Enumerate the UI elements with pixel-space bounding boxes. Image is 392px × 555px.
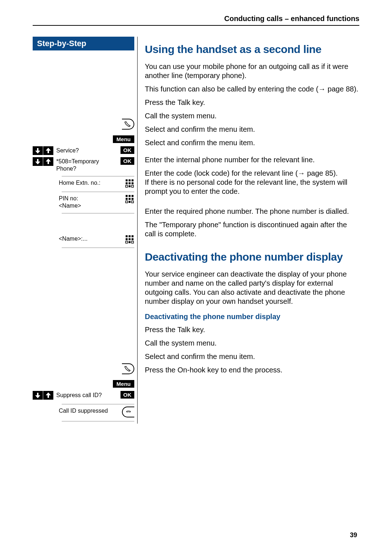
step-text: Enter the internal phone number for the … <box>145 155 359 164</box>
svg-rect-22 <box>128 238 130 240</box>
svg-rect-23 <box>131 238 133 240</box>
svg-rect-4 <box>128 182 130 184</box>
svg-rect-5 <box>131 182 133 184</box>
updown-arrows-icon <box>33 157 53 166</box>
display-suppress-callid: Suppress call ID? <box>56 391 118 399</box>
svg-rect-10 <box>128 195 130 197</box>
keypad-icon <box>125 179 134 188</box>
updown-arrows-icon <box>33 146 53 155</box>
svg-rect-12 <box>126 198 127 200</box>
display-callid-suppressed: Call ID suppressed <box>59 407 119 415</box>
svg-rect-9 <box>126 195 127 197</box>
svg-rect-15 <box>126 201 127 203</box>
svg-rect-3 <box>126 182 127 184</box>
intro-paragraph: Your service engineer can deactivate the… <box>145 270 359 306</box>
ok-softkey: OK <box>121 157 135 165</box>
intro-paragraph: This function can also be called by ente… <box>145 85 359 94</box>
outro-paragraph: The "Temporary phone" function is discon… <box>145 220 359 238</box>
svg-rect-1 <box>128 179 130 181</box>
manual-page: Conducting calls – enhanced functions St… <box>0 0 392 555</box>
intro-paragraph: You can use your mobile phone for an out… <box>145 62 359 80</box>
section-heading: Deactivating the phone number display <box>145 251 359 263</box>
page-header: Conducting calls – enhanced functions <box>33 15 359 26</box>
content-columns: Step-by-Step Menu <box>33 37 359 424</box>
display-temp-phone: *508=Temporary Phone? <box>56 157 118 172</box>
step-text: Call the system menu. <box>145 111 359 121</box>
svg-rect-19 <box>128 235 130 237</box>
step-text: Select and confirm the menu item. <box>145 352 359 361</box>
step-text: Enter the required phone number. The pho… <box>145 207 359 216</box>
svg-rect-18 <box>126 235 127 237</box>
svg-rect-24 <box>126 241 127 243</box>
step-text: Press the Talk key. <box>145 98 359 107</box>
talk-key-icon <box>122 363 134 374</box>
svg-rect-2 <box>131 179 133 181</box>
chapter-title: Conducting calls – enhanced functions <box>224 15 359 23</box>
svg-rect-17 <box>131 201 133 203</box>
svg-rect-26 <box>131 241 133 243</box>
svg-rect-11 <box>131 195 133 197</box>
svg-rect-14 <box>131 198 133 200</box>
menu-softkey: Menu <box>113 135 134 143</box>
step-text: Press the On-hook key to end the process… <box>145 366 359 375</box>
svg-rect-25 <box>128 241 130 243</box>
onhook-key-icon <box>122 407 134 417</box>
sidebar-body: Menu Service? OK * <box>33 53 134 424</box>
display-pin-name: PIN no: <Name> <box>59 194 122 209</box>
svg-rect-21 <box>126 238 127 240</box>
updown-arrows-icon <box>33 391 53 400</box>
sidebar: Step-by-Step Menu <box>33 37 138 424</box>
display-name-dots: <Name>:... <box>59 234 122 242</box>
step-text: Press the Talk key. <box>145 325 359 334</box>
talk-key-icon <box>122 119 134 130</box>
svg-rect-16 <box>128 201 130 203</box>
section-heading: Using the handset as a second line <box>145 43 359 56</box>
step-text: Call the system menu. <box>145 339 359 348</box>
subsection-heading: Deactivating the phone number display <box>145 313 359 321</box>
svg-rect-0 <box>126 179 127 181</box>
svg-rect-20 <box>131 235 133 237</box>
display-service: Service? <box>56 146 118 154</box>
svg-rect-13 <box>128 198 130 200</box>
step-text: Select and confirm the menu item. <box>145 125 359 134</box>
svg-rect-6 <box>126 185 127 187</box>
svg-rect-8 <box>131 185 133 187</box>
step-text: Enter the code (lock code) for the relev… <box>145 169 359 196</box>
step-text: Select and confirm the menu item. <box>145 138 359 147</box>
keypad-icon <box>125 234 134 244</box>
sidebar-banner-label: Step-by-Step <box>37 39 86 48</box>
sidebar-banner: Step-by-Step <box>33 37 134 50</box>
display-home-extn: Home Extn. no.: <box>59 179 122 187</box>
keypad-icon <box>125 194 134 204</box>
ok-softkey: OK <box>121 146 135 154</box>
ok-softkey: OK <box>121 391 135 399</box>
menu-softkey: Menu <box>113 380 134 388</box>
page-number: 39 <box>350 531 357 539</box>
svg-rect-7 <box>128 185 130 187</box>
main-column: Using the handset as a second line You c… <box>145 37 359 424</box>
